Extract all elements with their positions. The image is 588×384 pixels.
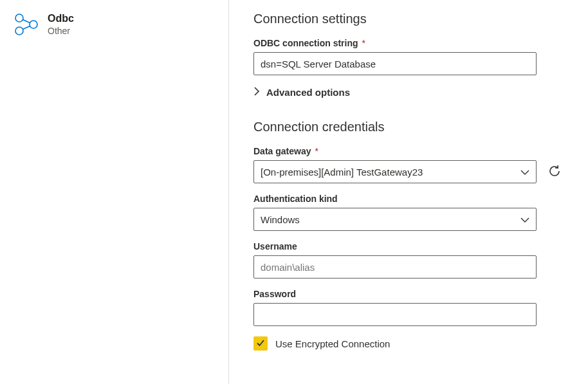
username-label: Username — [253, 241, 564, 251]
svg-line-4 — [23, 26, 30, 30]
auth-kind-value: Windows — [261, 214, 300, 225]
connection-string-input[interactable] — [253, 52, 537, 75]
data-gateway-label: Data gateway * — [253, 146, 564, 156]
password-field: Password — [253, 289, 564, 326]
connection-string-label: ODBC connection string * — [253, 38, 564, 48]
chevron-down-icon — [520, 167, 529, 178]
form-panel: Connection settings ODBC connection stri… — [229, 0, 588, 384]
advanced-options-toggle[interactable]: Advanced options — [253, 87, 564, 98]
data-gateway-field: Data gateway * [On-premises][Admin] Test… — [253, 146, 564, 183]
source-subtitle: Other — [48, 26, 74, 36]
chevron-down-icon — [520, 214, 529, 225]
odbc-icon — [13, 12, 39, 372]
auth-kind-field: Authentication kind Windows — [253, 194, 564, 231]
svg-point-0 — [15, 14, 23, 22]
username-field: Username — [253, 241, 564, 279]
svg-line-3 — [23, 19, 30, 23]
data-gateway-value: [On-premises][Admin] TestGateway23 — [261, 167, 423, 178]
check-icon — [256, 338, 265, 349]
password-label: Password — [253, 289, 564, 299]
settings-heading: Connection settings — [253, 12, 564, 26]
data-gateway-label-text: Data gateway — [253, 146, 311, 156]
svg-point-1 — [15, 27, 23, 35]
auth-kind-select[interactable]: Windows — [253, 208, 537, 231]
required-mark: * — [362, 38, 365, 48]
chevron-right-icon — [253, 87, 260, 98]
auth-kind-label: Authentication kind — [253, 194, 564, 204]
username-input[interactable] — [253, 255, 537, 279]
connection-string-field: ODBC connection string * — [253, 38, 564, 75]
password-input[interactable] — [253, 303, 537, 326]
credentials-heading: Connection credentials — [253, 120, 564, 134]
svg-point-2 — [30, 21, 37, 28]
advanced-options-label: Advanced options — [266, 87, 350, 98]
refresh-gateway-button[interactable] — [546, 163, 564, 181]
encrypted-connection-row: Use Encrypted Connection — [253, 336, 564, 351]
required-mark: * — [315, 146, 318, 156]
encrypted-connection-checkbox[interactable] — [253, 336, 268, 351]
data-gateway-select[interactable]: [On-premises][Admin] TestGateway23 — [253, 160, 537, 183]
source-panel: Odbc Other — [0, 0, 229, 384]
refresh-icon — [547, 164, 562, 180]
encrypted-connection-label: Use Encrypted Connection — [275, 338, 390, 349]
source-title: Odbc — [48, 13, 74, 24]
connection-string-label-text: ODBC connection string — [253, 38, 358, 48]
